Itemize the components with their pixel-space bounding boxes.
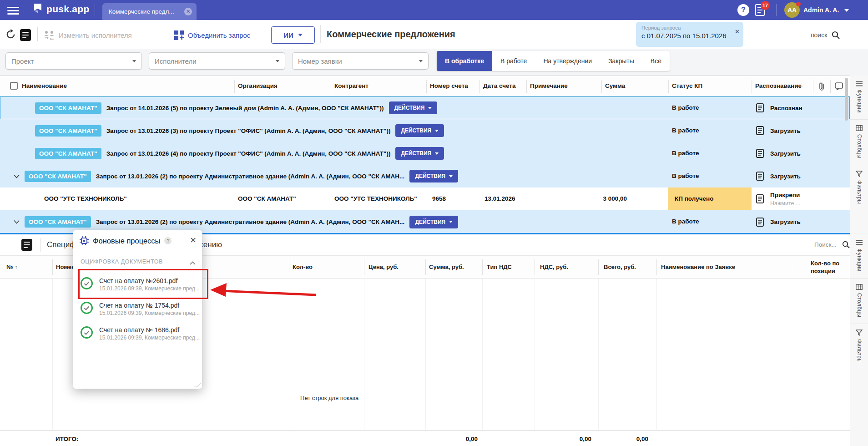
popup-help-icon[interactable]: ? bbox=[164, 237, 172, 244]
spec-col-vat[interactable]: НДС, руб. bbox=[540, 264, 568, 270]
spec-search[interactable]: Поиск... bbox=[814, 241, 850, 248]
recognition-link[interactable]: Прикрепи bbox=[770, 192, 800, 198]
spec-col-price[interactable]: Цена, руб. bbox=[368, 264, 399, 270]
spec-col-quantity[interactable]: Кол-во bbox=[293, 264, 313, 270]
menu-lines-icon bbox=[856, 240, 863, 245]
recognition-cell[interactable]: Загрузить bbox=[756, 165, 801, 188]
company-badge: ООО "СК АМАНАТ" bbox=[35, 148, 101, 159]
recognition-link[interactable]: Загрузить bbox=[770, 173, 801, 180]
notifications-count-badge: 17 bbox=[761, 1, 770, 10]
collapse-chevron-icon[interactable] bbox=[190, 258, 196, 267]
actions-button[interactable]: ДЕЙСТВИЯ bbox=[389, 101, 438, 114]
expand-chevron-icon[interactable] bbox=[14, 174, 20, 178]
spec-document-button[interactable] bbox=[21, 239, 32, 251]
col-kp-status[interactable]: Статус КП bbox=[672, 82, 702, 89]
search-toggle[interactable]: поиск bbox=[811, 31, 840, 39]
request-title: Запрос от 14.01.2026 (5) по проекту Зеле… bbox=[106, 105, 384, 112]
recognition-link[interactable]: Загрузить bbox=[770, 127, 801, 134]
table-row[interactable]: ООО "СК АМАНАТ" Запрос от 13.01.2026 (4)… bbox=[0, 142, 850, 165]
rail-functions-button[interactable]: Функции bbox=[850, 76, 868, 120]
top-bar: pusk.app Коммерческие предл... ✕ ? 17 AA… bbox=[0, 0, 868, 20]
spec-col-vat-type[interactable]: Тип НДС bbox=[487, 264, 512, 270]
actions-button[interactable]: ДЕЙСТВИЯ bbox=[409, 170, 458, 182]
col-recognition[interactable]: Распознавание bbox=[755, 82, 802, 89]
period-chip-close-icon[interactable]: ✕ bbox=[735, 28, 740, 35]
col-note[interactable]: Примечание bbox=[530, 82, 568, 89]
actions-button[interactable]: ДЕЙСТВИЯ bbox=[409, 216, 458, 228]
spec-col-request-name[interactable]: Наименование по Заявке bbox=[661, 264, 735, 270]
table-row[interactable]: ООО "УТС ТЕХНОНИКОЛЬ" ООО "СК АМАНАТ" ОО… bbox=[0, 188, 850, 210]
recognition-cell[interactable]: Прикрепи Нажмите ... bbox=[756, 188, 800, 210]
period-filter-chip[interactable]: Период запроса с 01.07.2025 по 15.01.202… bbox=[636, 22, 743, 47]
paperclip-icon[interactable] bbox=[818, 82, 826, 91]
recognition-link[interactable]: Распознан bbox=[770, 105, 802, 112]
vertical-scrollbar[interactable] bbox=[845, 78, 848, 121]
recognition-cell[interactable]: Распознан bbox=[756, 96, 802, 119]
avatar-status-dot bbox=[796, 2, 801, 6]
tab-closed[interactable]: Закрыты bbox=[600, 51, 642, 71]
proposals-table-header: Наименование Организация Контрагент Номе… bbox=[0, 76, 850, 96]
rail-functions-button[interactable]: Функции bbox=[850, 234, 868, 279]
table-row[interactable]: ООО "СК АМАНАТ" Запрос от 13.01.2026 (3)… bbox=[0, 119, 850, 142]
rail-filters-button[interactable]: Фильтры bbox=[850, 165, 868, 210]
spec-col-number[interactable]: № ↑ bbox=[6, 264, 18, 270]
recognition-link[interactable]: Загрузить bbox=[770, 218, 801, 225]
user-name[interactable]: Admin A. A. bbox=[803, 6, 839, 14]
recognition-hint: Нажмите ... bbox=[770, 200, 800, 207]
col-sum[interactable]: Сумма bbox=[605, 82, 625, 89]
app-logo[interactable]: pusk.app bbox=[33, 3, 90, 15]
process-item[interactable]: Счет на оплату № 1686.pdf 15.01.2026 09:… bbox=[81, 326, 200, 341]
recognition-cell[interactable]: Загрузить bbox=[756, 210, 801, 233]
recognition-doc-icon bbox=[756, 103, 764, 112]
tab-in-work[interactable]: В работе bbox=[492, 51, 535, 71]
col-contragent[interactable]: Контрагент bbox=[334, 82, 368, 89]
app-root: pusk.app Коммерческие предл... ✕ ? 17 AA… bbox=[0, 0, 868, 446]
document-view-button[interactable] bbox=[20, 29, 31, 41]
recognition-link[interactable]: Загрузить bbox=[770, 150, 801, 157]
process-item[interactable]: Счет на оплату № 1754.pdf 15.01.2026 09:… bbox=[81, 302, 200, 316]
change-executor-button[interactable]: Изменить исполнителя bbox=[44, 30, 132, 40]
tab-on-approval[interactable]: На утверждении bbox=[535, 51, 600, 71]
refresh-button[interactable] bbox=[5, 29, 16, 41]
help-icon[interactable]: ? bbox=[737, 4, 749, 16]
rail-columns-button[interactable]: Столбцы bbox=[850, 120, 868, 165]
actions-button[interactable]: ДЕЙСТВИЯ bbox=[395, 124, 444, 137]
col-invoice-number[interactable]: Номер счета bbox=[430, 82, 468, 89]
recognition-cell[interactable]: Загрузить bbox=[756, 119, 801, 142]
actions-button[interactable]: ДЕЙСТВИЯ bbox=[395, 147, 444, 160]
invoice-number-cell: 9658 bbox=[432, 195, 446, 202]
tab-commercial-proposals[interactable]: Коммерческие предл... ✕ bbox=[102, 3, 197, 20]
rail-filters-button[interactable]: Фильтры bbox=[850, 324, 868, 369]
process-filename: Счет на оплату № 1754.pdf bbox=[99, 302, 200, 309]
popup-resize-handle[interactable] bbox=[194, 383, 202, 386]
user-menu-chevron-icon[interactable] bbox=[844, 9, 849, 12]
tab-in-processing[interactable]: В обработке bbox=[437, 51, 492, 71]
project-select[interactable]: Проект bbox=[5, 52, 142, 70]
expand-chevron-icon[interactable] bbox=[14, 220, 20, 224]
request-title: Запрос от 13.01.2026 (2) по проекту Адми… bbox=[96, 173, 405, 180]
popup-close-icon[interactable]: ✕ bbox=[190, 235, 197, 245]
request-number-select[interactable]: Номер заявки bbox=[292, 52, 429, 70]
spec-col-total[interactable]: Всего, руб. bbox=[604, 264, 636, 270]
col-invoice-date[interactable]: Дата счета bbox=[483, 82, 515, 89]
tab-all[interactable]: Все bbox=[642, 51, 670, 71]
table-columns-icon bbox=[856, 125, 863, 131]
rail-columns-button[interactable]: Столбцы bbox=[850, 279, 868, 324]
comment-icon[interactable] bbox=[835, 82, 843, 90]
ai-chevron-icon bbox=[298, 34, 303, 36]
ai-dropdown-button[interactable]: ИИ bbox=[271, 26, 315, 44]
spec-col-sum[interactable]: Сумма, руб. bbox=[429, 264, 464, 270]
table-row[interactable]: ООО "СК АМАНАТ" Запрос от 13.01.2026 (2)… bbox=[0, 165, 850, 188]
merge-request-button[interactable]: Объединить запрос bbox=[174, 30, 250, 40]
col-organization[interactable]: Организация bbox=[238, 82, 278, 89]
toolbar-divider bbox=[320, 25, 321, 43]
select-all-checkbox[interactable] bbox=[10, 82, 18, 90]
executors-select[interactable]: Исполнители bbox=[149, 52, 285, 70]
hamburger-menu-icon[interactable] bbox=[7, 5, 19, 15]
process-item[interactable]: Счет на оплату №2601.pdf 15.01.2026 09:3… bbox=[81, 277, 200, 292]
spec-col-position-qty[interactable]: Кол-во по позиции bbox=[811, 259, 839, 275]
col-name[interactable]: Наименование bbox=[22, 82, 67, 89]
recognition-cell[interactable]: Загрузить bbox=[756, 142, 801, 165]
tab-close-icon[interactable]: ✕ bbox=[184, 8, 192, 15]
table-row[interactable]: ООО "СК АМАНАТ" Запрос от 14.01.2026 (5)… bbox=[0, 96, 850, 119]
